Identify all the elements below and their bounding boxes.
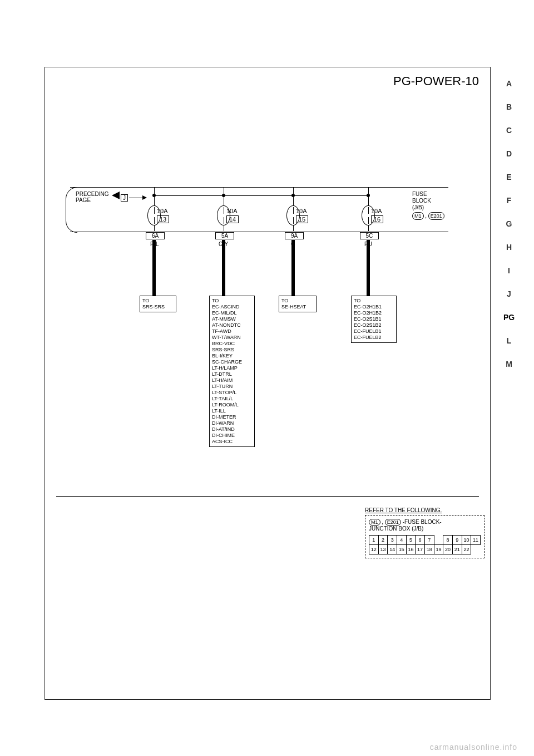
connector-pill: E201 — [385, 519, 401, 526]
fuse-slot: 13 — [157, 215, 169, 223]
watermark: carmanualsonline.info — [430, 743, 517, 752]
pin-cell: 4 — [397, 536, 406, 545]
pin-cell: 12 — [369, 545, 379, 554]
fuse-15: 10A 15 — [274, 201, 313, 231]
pin-cell: 11 — [471, 536, 481, 545]
connector-pin-grid: 12345678910111213141516171819202122 — [369, 535, 481, 554]
pin-cell: 1 — [369, 536, 379, 545]
section-tab-h[interactable]: H — [501, 239, 517, 256]
destination-line: TF-AWD — [212, 328, 252, 335]
section-tab-b[interactable]: B — [501, 99, 517, 115]
pin-cell: 2 — [378, 536, 388, 545]
destination-line: LT-STOP/L — [212, 390, 252, 396]
wire — [222, 240, 225, 296]
fuse-rating: 10A — [226, 208, 238, 214]
terminal-label: 9A — [285, 232, 304, 239]
fuse-13: 10A 13 — [135, 201, 174, 231]
page: PG-POWER-10 PRECEDING PAGE J FUSE BLOCK … — [0, 0, 534, 756]
section-tab-m[interactable]: M — [501, 356, 517, 372]
destination-line: LT-TURN — [212, 384, 252, 390]
pin-cell: 21 — [452, 545, 462, 554]
destination-box: TOEC-O2H1B1EC-O2H1B2EC-O2S1B1EC-O2S1B2EC… — [351, 296, 397, 343]
bus-internal-line — [154, 195, 368, 196]
pin-cell: 6 — [416, 536, 425, 545]
destination-line: WT-T/WARN — [212, 335, 252, 341]
page-title: PG-POWER-10 — [393, 74, 479, 89]
pin-cell: 20 — [443, 545, 453, 554]
page-link-arrow: J — [112, 192, 147, 202]
pin-cell: 10 — [462, 536, 471, 545]
preceding-page-label: PRECEDING PAGE — [76, 191, 108, 203]
pin-cell: 13 — [378, 545, 388, 554]
terminal-label: 6A — [146, 232, 165, 239]
section-tab-l[interactable]: L — [501, 332, 517, 349]
wire — [152, 240, 156, 296]
arrow-letter: J — [121, 194, 128, 202]
destination-box: TO SE-HSEAT — [279, 296, 317, 312]
pin-cell: 7 — [424, 536, 434, 545]
destination-box: TOEC-ASCINDEC-MIL/DLAT-MMSWAT-NONDTCTF-A… — [209, 296, 255, 447]
fuse-rating: 10A — [296, 208, 307, 214]
section-tab-d[interactable]: D — [501, 145, 517, 162]
destination-line: EC-O2S1B2 — [354, 322, 394, 328]
destination-line: AT-NONDTC — [212, 322, 252, 328]
destination-line: SC-CHARGE — [212, 359, 252, 365]
fuse-slot: 15 — [296, 215, 308, 223]
destination-line: EC-O2H1B2 — [354, 310, 394, 316]
pin-cell: 5 — [406, 536, 416, 545]
arrow-left-icon — [112, 192, 120, 199]
pin-cell: 16 — [406, 545, 416, 554]
section-tab-e[interactable]: E — [501, 169, 517, 185]
section-tab-a[interactable]: A — [501, 75, 517, 92]
destination-line: LT-H/LAMP — [212, 365, 252, 371]
diagram-frame: PG-POWER-10 PRECEDING PAGE J FUSE BLOCK … — [44, 67, 491, 700]
connector-pill: M1 — [412, 212, 424, 220]
wire — [367, 240, 370, 296]
connector-pill: M1 — [369, 519, 380, 526]
fuse-14: 10A 14 — [204, 201, 243, 231]
destination-line: AT-MMSW — [212, 316, 252, 322]
destination-line: SRS-SRS — [212, 347, 252, 353]
pin-cell: 22 — [462, 545, 471, 554]
destination-line: BL-I/KEY — [212, 353, 252, 359]
destination-line: DI-CHIME — [212, 433, 252, 439]
destination-line: EC-FUELB1 — [354, 328, 394, 335]
pin-cell: 14 — [388, 545, 397, 554]
destination-line: LT-H/AIM — [212, 377, 252, 384]
destination-line: LT-DTRL — [212, 371, 252, 377]
section-tab-j[interactable]: J — [501, 286, 517, 302]
refer-to-title: REFER TO THE FOLLOWING. — [365, 507, 484, 513]
section-tab-i[interactable]: I — [501, 262, 517, 279]
fuse-slot: 14 — [226, 215, 239, 223]
fuse-16: 10A 16 — [349, 201, 388, 231]
connector-pill: E201 — [428, 212, 444, 220]
destination-line: TO — [212, 298, 252, 304]
pin-cell — [434, 536, 443, 545]
section-tab-pg[interactable]: PG — [501, 309, 517, 326]
destination-line: DI-WARN — [212, 420, 252, 426]
fuse-rating: 10A — [157, 208, 168, 214]
destination-line: BRC-VDC — [212, 341, 252, 347]
fuse-block-label: FUSE BLOCK (J/B) M1 , E201 — [412, 191, 444, 220]
section-tab-g[interactable]: G — [501, 215, 517, 232]
terminal-label: 5C — [360, 232, 379, 239]
arrow-right-icon — [142, 195, 147, 200]
pin-cell: 17 — [416, 545, 425, 554]
destination-line: TO — [354, 298, 394, 304]
destination-line: DI-AT/IND — [212, 426, 252, 433]
fuse-rating: 10A — [371, 208, 382, 214]
section-tab-f[interactable]: F — [501, 192, 517, 209]
destination-line: LT-TAIL/L — [212, 396, 252, 402]
divider — [56, 496, 479, 497]
destination-line: EC-FUELB2 — [354, 335, 394, 341]
destination-box: TO SRS-SRS — [140, 296, 176, 312]
pin-cell: 8 — [443, 536, 453, 545]
pin-cell: 3 — [388, 536, 397, 545]
destination-line: EC-O2S1B1 — [354, 316, 394, 322]
wire — [291, 240, 295, 296]
section-tab-c[interactable]: C — [501, 122, 517, 139]
pin-cell: 18 — [424, 545, 434, 554]
destination-line: LT-ILL — [212, 408, 252, 414]
pin-cell: 9 — [452, 536, 462, 545]
section-tabs: ABCDEFGHIJPGLM — [501, 75, 523, 379]
